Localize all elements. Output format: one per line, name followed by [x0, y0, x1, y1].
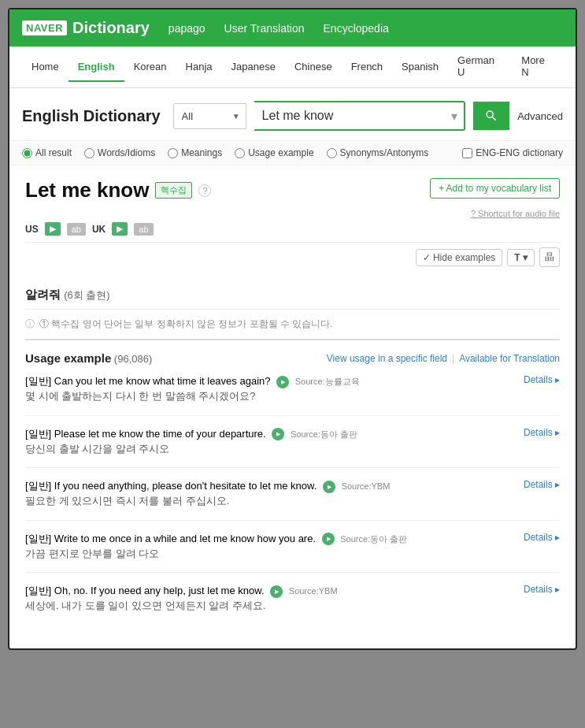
audio-icon[interactable]	[323, 481, 335, 493]
usage-item: [일반] Oh, no. If you need any help, just …	[25, 584, 560, 625]
info-icon: ⓘ	[25, 318, 35, 331]
usage-tag: [일반]	[25, 533, 51, 544]
audio-icon[interactable]	[276, 376, 289, 388]
usage-count: (96,086)	[114, 353, 152, 365]
usage-en-before: Can you	[54, 375, 95, 387]
clear-button[interactable]: ▾	[445, 109, 464, 124]
search-button[interactable]	[473, 102, 509, 130]
search-select[interactable]: All Noun Verb Adjective	[173, 103, 246, 129]
notice-text: ⓘ ① 핵수집 영어 단어는 일부 정확하지 않은 정보가 포함될 수 있습니다…	[25, 309, 560, 331]
usage-en-row: [일반] Please let me know the time of your…	[25, 427, 560, 441]
usage-source: Source:능률교육	[295, 377, 360, 386]
audio-icon[interactable]	[270, 585, 283, 598]
usage-en-content: [일반] Can you let me know what time it le…	[25, 374, 524, 388]
nav-link-user-translation[interactable]: User Translation	[224, 22, 305, 35]
usage-en-row: [일반] If you need anything, please don't …	[25, 479, 560, 493]
lang-nav-more[interactable]: More N	[512, 46, 563, 87]
filter-all-result[interactable]: All result	[22, 147, 72, 158]
main-content: Let me know 핵수집 ? + Add to my vocabulary…	[9, 165, 576, 648]
usage-source: Source:동아 출판	[340, 534, 407, 544]
usage-ko: 세상에. 내가 도를 일이 있으면 언제든지 알려 주세요.	[25, 598, 560, 614]
lang-nav-home[interactable]: Home	[22, 53, 68, 82]
pron-us-label: US	[25, 224, 39, 235]
nav-link-encyclopedia[interactable]: Encyclopedia	[324, 22, 389, 35]
usage-tag: [일반]	[25, 480, 51, 492]
lang-nav-english[interactable]: English	[68, 53, 124, 82]
examples-toolbar: ✓ Hide examples T ▾ 晶	[25, 242, 560, 272]
lang-nav-korean[interactable]: Korean	[124, 53, 176, 82]
advanced-link[interactable]: Advanced	[517, 110, 563, 122]
lang-nav: Home English Korean Hanja Japanese Chine…	[9, 46, 576, 88]
details-link[interactable]: Details ▸	[524, 479, 560, 490]
word-title: Let me know	[25, 178, 149, 202]
font-size-button[interactable]: T ▾	[507, 249, 535, 266]
shortcut-link[interactable]: ? Shortcut for audio file	[471, 209, 560, 218]
add-to-vocabulary-button[interactable]: + Add to my vocabulary list	[430, 178, 560, 199]
pron-us-audio-button[interactable]: ▶	[45, 222, 61, 236]
usage-en-before: Write to me once in a while and	[54, 533, 200, 544]
audio-icon[interactable]	[322, 533, 335, 545]
usage-en-after: .	[261, 585, 265, 596]
speaker-icon: ▶	[50, 224, 56, 234]
lang-nav-spanish[interactable]: Spanish	[392, 53, 448, 82]
usage-ko: 당신의 출발 시간을 알려 주시오	[25, 441, 560, 457]
audio-icon[interactable]	[272, 428, 284, 440]
lang-nav-hanja[interactable]: Hanja	[176, 53, 222, 82]
usage-tag: [일반]	[25, 428, 51, 440]
usage-item: [일반] Write to me once in a while and let…	[25, 532, 560, 574]
details-link[interactable]: Details ▸	[524, 584, 560, 595]
hide-examples-button[interactable]: ✓ Hide examples	[416, 249, 503, 266]
usage-highlight: let me know	[207, 585, 261, 596]
usage-tag: [일반]	[25, 585, 51, 596]
filter-usage-example[interactable]: Usage example	[235, 147, 313, 158]
filter-synonyms[interactable]: Synonyms/Antonyms	[327, 147, 429, 158]
search-title: English Dictionary	[22, 107, 161, 125]
details-link[interactable]: Details ▸	[524, 374, 560, 385]
usage-en-content: [일반] Write to me once in a while and let…	[25, 532, 524, 546]
nav-link-papago[interactable]: papago	[168, 22, 205, 35]
help-icon[interactable]: ?	[198, 184, 211, 197]
korean-result: 알려줘 (6회 출현) ⓘ ① 핵수집 영어 단어는 일부 정확하지 않은 정보…	[25, 280, 560, 336]
usage-en-row: [일반] Write to me once in a while and let…	[25, 532, 560, 546]
pron-uk-text-button[interactable]: ab	[134, 223, 153, 236]
usage-highlight: let me know	[200, 533, 254, 544]
usage-source: Source:동아 출판	[291, 429, 357, 439]
search-input[interactable]	[254, 102, 446, 129]
usage-en-row: [일반] Oh, no. If you need any help, just …	[25, 584, 560, 598]
lang-nav-chinese[interactable]: Chinese	[285, 53, 342, 82]
logo-dict: Dictionary	[72, 19, 150, 37]
filter-words-idioms[interactable]: Words/Idioms	[84, 147, 155, 158]
filter-eng-eng[interactable]: ENG-ENG dictionary	[462, 147, 563, 158]
lang-nav-japanese[interactable]: Japanese	[222, 53, 285, 82]
usage-section: Usage example (96,086) View usage in a s…	[25, 339, 560, 625]
usage-en-after: what time it leaves again?	[150, 375, 270, 387]
usage-item: [일반] Can you let me know what time it le…	[25, 374, 560, 416]
usage-ko: 가끔 편지로 안부를 알려 다오	[25, 546, 560, 562]
link-divider: |	[452, 353, 454, 364]
details-link[interactable]: Details ▸	[524, 532, 560, 543]
usage-ko: 필요한 게 있으시면 즉시 저를 불러 주십시오.	[25, 493, 560, 509]
usage-title-group: Usage example (96,086)	[25, 351, 152, 365]
usage-title: Usage example	[25, 351, 111, 365]
view-field-link[interactable]: View usage in a specific field	[327, 353, 447, 364]
pron-uk-label: UK	[92, 224, 106, 235]
lang-nav-french[interactable]: French	[342, 53, 392, 82]
usage-item: [일반] Please let me know the time of your…	[25, 427, 560, 469]
logo-naver: NAVER	[22, 20, 67, 35]
usage-ko: 몇 시에 출발하는지 다시 한 번 말씀해 주시겠어요?	[25, 388, 560, 404]
speaker-icon-uk: ▶	[117, 224, 123, 234]
grid-view-button[interactable]: 晶	[539, 247, 560, 267]
usage-highlight: let me know	[95, 375, 150, 387]
pronunciation: US ▶ ab UK ▶ ab	[25, 222, 560, 236]
filter-meanings[interactable]: Meanings	[168, 147, 222, 158]
lang-nav-german[interactable]: German U	[448, 46, 512, 87]
text-icon-uk: ab	[139, 225, 148, 234]
pron-uk-audio-button[interactable]: ▶	[112, 222, 128, 236]
details-link[interactable]: Details ▸	[524, 427, 560, 438]
usage-en-after: the time of your departure.	[143, 428, 266, 440]
available-translation-link[interactable]: Available for Translation	[459, 353, 560, 364]
usage-highlight: let me know	[260, 480, 314, 492]
text-icon: ab	[72, 225, 81, 234]
usage-en-content: [일반] Oh, no. If you need any help, just …	[25, 584, 524, 598]
pron-us-text-button[interactable]: ab	[67, 223, 86, 236]
